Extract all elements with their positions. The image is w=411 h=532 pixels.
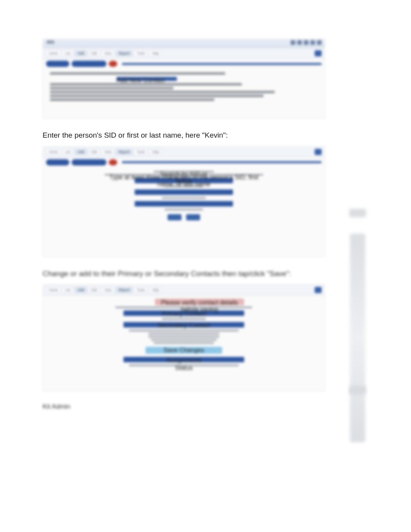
preview-watermark xyxy=(350,234,365,442)
status-bar: Status xyxy=(129,365,238,366)
toolbar-go-button[interactable] xyxy=(109,61,117,67)
section-secondary-contact: Secondary Contact xyxy=(123,322,244,327)
tab-view[interactable]: View xyxy=(101,287,114,293)
sub-text: Type at least three characters of the pe… xyxy=(104,174,264,176)
tab-edit[interactable]: Edit xyxy=(89,149,100,155)
menu-square-button[interactable] xyxy=(315,50,322,56)
instruction-text-1: Enter the person's SID or first or last … xyxy=(43,130,325,141)
tab-home[interactable]: Home xyxy=(46,50,61,56)
tab-bar: Home List Add Edit View Report Tools Hel… xyxy=(43,285,325,296)
tab-list[interactable]: List xyxy=(62,50,73,56)
form-row[interactable] xyxy=(129,330,238,331)
tab-help[interactable]: Help xyxy=(149,149,162,155)
save-button[interactable] xyxy=(168,214,182,220)
screenshot-3: Home List Add Edit View Report Tools Hel… xyxy=(43,284,325,391)
result-row-caption xyxy=(162,197,206,199)
tab-add[interactable]: Add xyxy=(75,149,87,155)
toolbar-pill-search[interactable] xyxy=(72,61,106,67)
tab-bar: Home List Add Edit View Report Tools Hel… xyxy=(43,48,325,59)
toolbar-row xyxy=(43,158,325,167)
app-title: IRIS xyxy=(47,40,54,44)
text-line xyxy=(50,72,225,75)
preview-watermark-node xyxy=(349,209,366,217)
tab-report[interactable]: Report xyxy=(116,50,132,56)
tab-home[interactable]: Home xyxy=(46,287,61,293)
instruction-text-2: Change or add to their Primary or Second… xyxy=(43,269,325,279)
screenshot-2: Home List Add Edit View Report Tools Hel… xyxy=(43,146,325,257)
text-line xyxy=(50,99,214,101)
close-icon[interactable] xyxy=(317,40,322,45)
tab-report[interactable]: Report xyxy=(116,287,132,293)
tab-tools[interactable]: Tools xyxy=(134,50,147,56)
footer-text: Kit Admin xyxy=(43,403,325,411)
tab-help[interactable]: Help xyxy=(149,287,162,293)
tab-edit[interactable]: Edit xyxy=(89,287,100,293)
toolbar-row xyxy=(43,59,325,68)
screenshot-1: IRIS Home List Add Edit View Report Tool… xyxy=(43,39,325,119)
tab-list[interactable]: List xyxy=(62,149,73,155)
user-icon[interactable] xyxy=(310,40,315,45)
section-assignments: Assignments xyxy=(123,357,244,362)
form-row[interactable] xyxy=(154,342,214,344)
save-changes-button[interactable]: Save Changes xyxy=(146,347,222,354)
window-titlebar: IRIS xyxy=(43,39,325,48)
field-caption xyxy=(162,318,206,320)
section-heading: Add New Contact xyxy=(116,77,177,81)
tab-view[interactable]: View xyxy=(101,50,114,56)
form-row[interactable] xyxy=(148,333,219,334)
form-row[interactable] xyxy=(151,339,217,341)
toolbar-pill-new[interactable] xyxy=(46,159,69,165)
toolbar-pill-search[interactable] xyxy=(72,159,106,165)
text-line xyxy=(50,95,264,97)
tab-report[interactable]: Report xyxy=(116,149,132,155)
tab-tools[interactable]: Tools xyxy=(134,287,147,293)
text-line xyxy=(50,87,173,89)
menu-square-button[interactable] xyxy=(315,149,322,155)
section-primary-contact: Primary Contact xyxy=(123,310,244,316)
min-icon[interactable] xyxy=(291,40,295,45)
toolbar-go-button[interactable] xyxy=(109,159,117,165)
titlebar-icon-group xyxy=(291,40,322,45)
menu-square-button[interactable] xyxy=(315,287,322,293)
form-row[interactable] xyxy=(148,336,219,338)
max-icon[interactable] xyxy=(297,40,302,45)
tab-add[interactable]: Add xyxy=(75,287,87,293)
help-icon[interactable] xyxy=(304,40,308,45)
tab-help[interactable]: Help xyxy=(149,50,162,56)
tab-bar: Home List Add Edit View Report Tools Hel… xyxy=(43,147,325,158)
prompt-text: Search by SID or Name xyxy=(154,171,214,172)
button-row xyxy=(47,214,321,222)
toolbar-pill-new[interactable] xyxy=(46,61,69,67)
toolbar-divider xyxy=(122,161,322,163)
tab-add[interactable]: Add xyxy=(75,50,87,56)
alert-banner: Please verify contact details before sav… xyxy=(155,299,244,305)
preview-watermark-node xyxy=(349,386,366,394)
result-row[interactable] xyxy=(135,189,233,195)
cancel-button[interactable] xyxy=(186,214,200,220)
text-line xyxy=(50,91,275,93)
tab-home[interactable]: Home xyxy=(46,149,61,155)
tab-view[interactable]: View xyxy=(101,149,114,155)
tab-edit[interactable]: Edit xyxy=(89,50,100,56)
tab-tools[interactable]: Tools xyxy=(134,149,147,155)
result-row-caption xyxy=(164,209,203,210)
result-row[interactable] xyxy=(135,201,233,206)
tab-list[interactable]: List xyxy=(62,287,73,293)
toolbar-divider xyxy=(122,63,322,65)
